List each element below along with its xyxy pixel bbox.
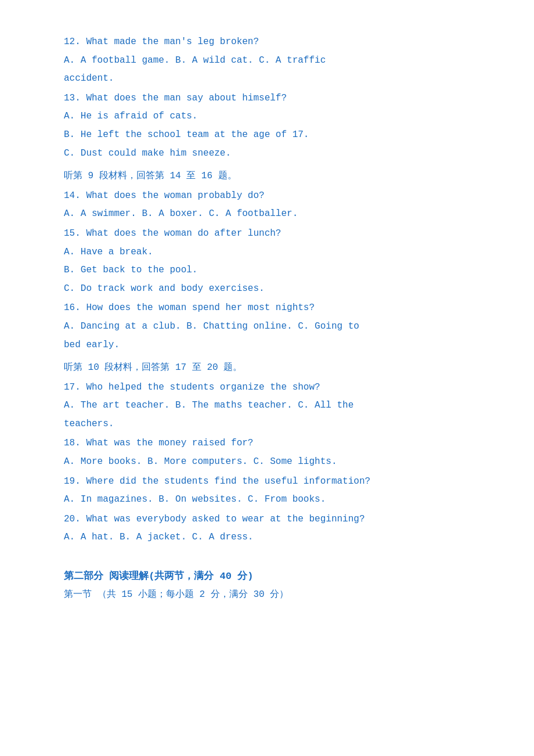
q13-option-c: C. Dust could make him sneeze.	[64, 146, 488, 161]
q13-option-b: B. He left the school team at the age of…	[64, 128, 488, 143]
q17-text: 17. Who helped the students organize the…	[64, 380, 488, 395]
q16-options-line1: A. Dancing at a club. B. Chatting online…	[64, 319, 488, 334]
q16-options-line2: bed early.	[64, 338, 488, 353]
q14-text: 14. What does the woman probably do?	[64, 189, 488, 204]
q12-text: 12. What made the man's leg broken?	[64, 35, 488, 50]
q17-options-line1: A. The art teacher. B. The maths teacher…	[64, 398, 488, 413]
part2-sub: 第一节 （共 15 小题；每小题 2 分，满分 30 分）	[64, 588, 488, 603]
section-10-header: 听第 10 段材料，回答第 17 至 20 题。	[64, 361, 488, 376]
q12-option-a: A. A football game. B. A wild cat. C. A …	[64, 53, 488, 69]
q20-text: 20. What was everybody asked to wear at …	[64, 512, 488, 527]
q15-option-a: A. Have a break.	[64, 245, 488, 260]
q19-text: 19. Where did the students find the usef…	[64, 474, 488, 489]
part2-header: 第二部分 阅读理解(共两节，满分 40 分)	[64, 568, 488, 584]
question-13: 13. What does the man say about himself?…	[64, 91, 488, 161]
q15-option-c: C. Do track work and body exercises.	[64, 282, 488, 297]
q14-options: A. A swimmer. B. A boxer. C. A footballe…	[64, 207, 488, 222]
q19-options: A. In magazines. B. On websites. C. From…	[64, 492, 488, 507]
q13-option-a: A. He is afraid of cats.	[64, 109, 488, 124]
q17-options-line2: teachers.	[64, 417, 488, 432]
q16-text: 16. How does the woman spend her most ni…	[64, 301, 488, 316]
question-16: 16. How does the woman spend her most ni…	[64, 301, 488, 352]
q15-option-b: B. Get back to the pool.	[64, 263, 488, 278]
section-9-header: 听第 9 段材料，回答第 14 至 16 题。	[64, 169, 488, 184]
question-19: 19. Where did the students find the usef…	[64, 474, 488, 507]
q13-text: 13. What does the man say about himself?	[64, 91, 488, 106]
question-20: 20. What was everybody asked to wear at …	[64, 512, 488, 545]
question-12: 12. What made the man's leg broken? A. A…	[64, 35, 488, 87]
q18-options: A. More books. B. More computers. C. Som…	[64, 455, 488, 470]
page-content: 12. What made the man's leg broken? A. A…	[64, 35, 488, 603]
question-15: 15. What does the woman do after lunch? …	[64, 226, 488, 296]
question-17: 17. Who helped the students organize the…	[64, 380, 488, 432]
q20-options: A. A hat. B. A jacket. C. A dress.	[64, 530, 488, 545]
q15-text: 15. What does the woman do after lunch?	[64, 226, 488, 242]
question-18: 18. What was the money raised for? A. Mo…	[64, 436, 488, 469]
q18-text: 18. What was the money raised for?	[64, 436, 488, 451]
question-14: 14. What does the woman probably do? A. …	[64, 189, 488, 222]
q12-option-continuation: accident.	[64, 71, 488, 87]
